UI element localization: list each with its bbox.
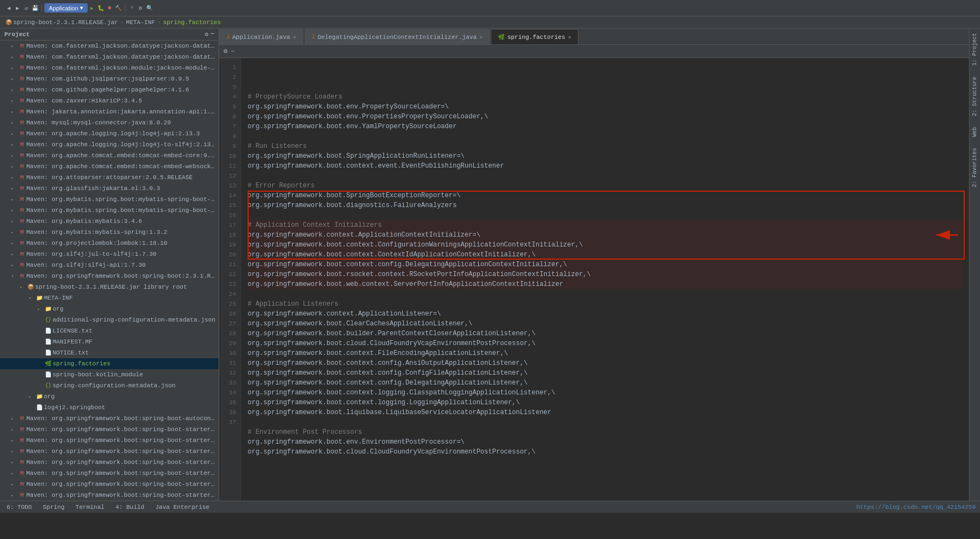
tree-item[interactable]: ▸MMaven: org.projectlombok:lombok:1.18.1… <box>0 238 219 249</box>
tree-expand-arrow[interactable]: ▸ <box>20 284 26 290</box>
forward-icon[interactable]: ▶ <box>13 4 22 13</box>
tree-item[interactable]: ▸MMaven: org.apache.tomcat.embed:tomcat-… <box>0 161 219 172</box>
tree-item[interactable]: ▾📁META-INF <box>0 293 219 303</box>
refresh-icon[interactable]: ↺ <box>22 4 31 13</box>
breadcrumb-metainf[interactable]: META-INF <box>126 19 155 26</box>
tree-item[interactable]: ▸MMaven: org.mybatis:mybatis:3.4.6 <box>0 216 219 227</box>
tree-item[interactable]: ▸MMaven: org.springframework.boot:spring… <box>0 479 219 490</box>
tree-expand-arrow[interactable]: ▸ <box>11 175 18 181</box>
gear-icon[interactable]: ⚙ <box>205 31 209 38</box>
side-tab-favorites[interactable]: 2: Favorites <box>972 148 978 187</box>
settings-icon[interactable]: ⚙ <box>136 4 145 13</box>
git-icon[interactable]: ⑂ <box>128 4 136 13</box>
tree-item[interactable]: ▸MMaven: com.github.pagehelper:pagehelpe… <box>0 84 219 95</box>
tree-expand-arrow[interactable]: ▸ <box>11 230 18 236</box>
bottom-tab-4:-build[interactable]: 4: Build <box>113 504 147 511</box>
tree-item[interactable]: 🌿spring.factories <box>0 358 219 369</box>
build-icon[interactable]: 🔨 <box>114 4 123 13</box>
tree-expand-arrow[interactable]: ▸ <box>11 98 18 104</box>
minus-icon[interactable]: − <box>210 31 214 38</box>
tree-item[interactable]: ▸📁org <box>0 391 219 402</box>
tree-item[interactable]: ▸📁org <box>0 303 219 314</box>
tree-expand-arrow[interactable]: ▸ <box>11 219 18 225</box>
breadcrumb-jar[interactable]: spring-boot-2.3.1.RELEASE.jar <box>13 19 118 26</box>
tree-item[interactable]: ▸MMaven: org.apache.logging.log4j:log4j-… <box>0 128 219 139</box>
breadcrumb-file[interactable]: spring.factories <box>163 19 221 26</box>
tree-expand-arrow[interactable]: ▸ <box>11 471 18 477</box>
bottom-tab-terminal[interactable]: Terminal <box>73 504 107 511</box>
tab-close-btn[interactable]: ✕ <box>293 34 296 41</box>
tree-expand-arrow[interactable]: ▸ <box>11 197 18 203</box>
tree-expand-arrow[interactable]: ▸ <box>11 416 18 422</box>
save-icon[interactable]: 💾 <box>31 4 39 13</box>
tree-item[interactable]: ▸MMaven: org.mybatis.spring.boot:mybatis… <box>0 205 219 216</box>
side-tab-structure[interactable]: 2: Structure <box>972 77 978 116</box>
tree-expand-arrow[interactable]: ▸ <box>37 306 44 312</box>
tree-item[interactable]: ▸MMaven: mysql:mysql-connector-java:8.0.… <box>0 117 219 128</box>
tree-item[interactable]: {}additional-spring-configuration-metada… <box>0 314 219 325</box>
code-content[interactable]: # PropertySource Loadersorg.springframew… <box>241 58 969 501</box>
tree-item[interactable]: ▸MMaven: com.fasterxml.jackson.datatype:… <box>0 41 219 51</box>
tree-expand-arrow[interactable]: ▸ <box>11 438 18 444</box>
tree-item[interactable]: ▸MMaven: com.fasterxml.jackson.datatype:… <box>0 51 219 62</box>
tree-item[interactable]: ▸MMaven: org.springframework.boot:spring… <box>0 424 219 435</box>
tree-item[interactable]: ▸MMaven: org.springframework.boot:spring… <box>0 435 219 446</box>
tree-item[interactable]: ▸MMaven: org.springframework.boot:spring… <box>0 468 219 479</box>
tree-item[interactable]: ▸MMaven: org.slf4j:jul-to-slf4j:1.7.30 <box>0 249 219 260</box>
tree-item[interactable]: ▸📦spring-boot-2.3.1.RELEASE.jar library … <box>0 282 219 293</box>
breadcrumb-settings-icon[interactable]: ⚙ <box>223 47 227 55</box>
debug-icon[interactable]: 🐛 <box>96 4 105 13</box>
tree-item[interactable]: 📄log4j2.springboot <box>0 402 219 413</box>
bottom-tab-java-enterprise[interactable]: Java Enterprise <box>153 504 211 511</box>
tree-expand-arrow[interactable]: ▸ <box>28 394 35 400</box>
tree-item[interactable]: ▸MMaven: com.fasterxml.jackson.module:ja… <box>0 62 219 73</box>
tree-expand-arrow[interactable]: ▸ <box>11 54 18 60</box>
side-tab-project[interactable]: 1: Project <box>972 33 978 66</box>
tree-item[interactable]: ▸MMaven: org.mybatis.spring.boot:mybatis… <box>0 194 219 205</box>
tree-item[interactable]: ▸MMaven: com.zaxxer:HikariCP:3.4.5 <box>0 95 219 106</box>
tree-expand-arrow[interactable]: ▸ <box>11 460 18 466</box>
tree-item[interactable]: ▸MMaven: org.springframework.boot:spring… <box>0 457 219 468</box>
tree-item[interactable]: ▸MMaven: org.apache.logging.log4j:log4j-… <box>0 139 219 150</box>
tree-expand-arrow[interactable]: ▸ <box>11 120 18 126</box>
editor-tab[interactable]: JDelegatingApplicationContextInitializer… <box>305 29 490 44</box>
bottom-tab-6:-todo[interactable]: 6: TODO <box>4 504 34 511</box>
tree-expand-arrow[interactable]: ▸ <box>11 109 18 115</box>
back-icon[interactable]: ◀ <box>4 4 13 13</box>
breadcrumb-minus[interactable]: − <box>231 48 234 55</box>
tree-item[interactable]: ▸MMaven: org.springframework.boot:spring… <box>0 413 219 424</box>
tree-expand-arrow[interactable]: ▸ <box>11 131 18 137</box>
bottom-tab-spring[interactable]: Spring <box>41 504 67 511</box>
tree-item[interactable]: ▸MMaven: org.mybatis:mybatis-spring:1.3.… <box>0 227 219 238</box>
editor-tab[interactable]: JApplication.java✕ <box>219 29 303 44</box>
stop-icon[interactable]: ■ <box>105 4 114 13</box>
tree-item[interactable]: ▸MMaven: org.attoparser:attoparser:2.0.5… <box>0 172 219 183</box>
tree-item[interactable]: ▸MMaven: com.github.jsqlparser:jsqlparse… <box>0 73 219 84</box>
tree-expand-arrow[interactable]: ▸ <box>11 65 18 71</box>
tree-item[interactable]: 📄NOTICE.txt <box>0 347 219 358</box>
search-icon[interactable]: 🔍 <box>145 4 154 13</box>
tree-item[interactable]: ▸MMaven: org.apache.tomcat.embed:tomcat-… <box>0 150 219 161</box>
tree-expand-arrow[interactable]: ▾ <box>28 295 35 301</box>
tree-item[interactable]: ▸MMaven: org.springframework.boot:spring… <box>0 490 219 501</box>
tree-expand-arrow[interactable]: ▸ <box>11 208 18 214</box>
tab-close-btn[interactable]: ✕ <box>479 34 483 41</box>
tree-item[interactable]: ▾MMaven: org.springframework.boot:spring… <box>0 271 219 282</box>
tree-item[interactable]: 📄spring-boot.kotlin_module <box>0 369 219 380</box>
tree-expand-arrow[interactable]: ▸ <box>11 76 18 82</box>
editor-tab[interactable]: 🌿spring.factories✕ <box>491 29 578 44</box>
tree-expand-arrow[interactable]: ▸ <box>11 427 18 433</box>
tree-item[interactable]: ▸MMaven: jakarta.annotation:jakarta.anno… <box>0 106 219 117</box>
tree-expand-arrow[interactable]: ▸ <box>11 142 18 148</box>
tree-expand-arrow[interactable]: ▸ <box>11 186 18 192</box>
tree-expand-arrow[interactable]: ▸ <box>11 87 18 93</box>
tree-item[interactable]: 📄MANIFEST.MF <box>0 336 219 347</box>
tree-item[interactable]: ▸MMaven: org.springframework.boot:spring… <box>0 446 219 457</box>
tree-expand-arrow[interactable]: ▸ <box>11 153 18 159</box>
tree-expand-arrow[interactable]: ▸ <box>11 481 18 488</box>
side-tab-web[interactable]: Web <box>972 127 978 137</box>
tree-expand-arrow[interactable]: ▸ <box>11 492 18 498</box>
tree-item[interactable]: 📄LICENSE.txt <box>0 325 219 336</box>
tree-expand-arrow[interactable]: ▸ <box>11 240 18 246</box>
tab-close-btn[interactable]: ✕ <box>568 34 571 41</box>
